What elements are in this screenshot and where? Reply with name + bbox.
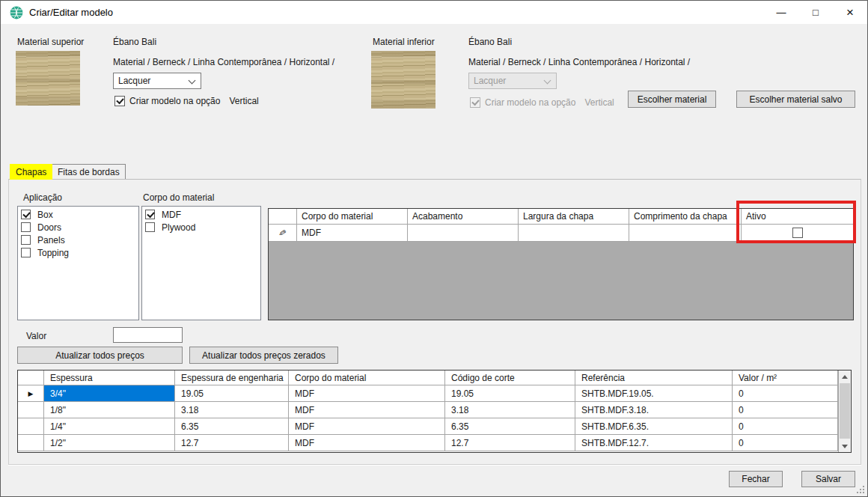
choose-material-button[interactable]: Escolher material: [628, 91, 716, 108]
cell-valor-m2[interactable]: 0: [733, 385, 838, 402]
aplicacao-item-box[interactable]: Box: [18, 208, 138, 221]
cell-valor-m2[interactable]: 0: [733, 402, 838, 418]
column-header[interactable]: Largura da chapa: [519, 209, 629, 225]
corpo-material-item-plywood[interactable]: Plywood: [142, 221, 260, 234]
column-header[interactable]: Corpo do material: [289, 371, 445, 385]
current-row-arrow-icon: ▶: [28, 390, 34, 397]
cell-corpo-do-material[interactable]: MDF: [289, 418, 445, 435]
valor-label: Valor: [26, 331, 46, 341]
vertical-option-label: Criar modelo na opção: [129, 96, 220, 106]
cell-espessura[interactable]: 1/4": [44, 418, 175, 435]
cell-corpo-do-material[interactable]: MDF: [297, 225, 408, 242]
checkbox-icon: [21, 248, 31, 257]
aplicacao-item-doors[interactable]: Doors: [18, 221, 138, 234]
cell-codigo-de-corte[interactable]: 12.7: [445, 435, 575, 451]
espessura-grid: Espessura Espessura de engenharia Corpo …: [17, 370, 852, 453]
column-header[interactable]: Espessura de engenharia: [175, 371, 289, 385]
row-selector-cell[interactable]: [18, 435, 44, 451]
cell-ativo[interactable]: [742, 225, 853, 242]
tab-chapas[interactable]: Chapas: [10, 164, 52, 180]
aplicacao-item-label: Box: [37, 210, 53, 220]
close-button[interactable]: ×: [833, 1, 867, 24]
cell-valor-m2[interactable]: 0: [733, 435, 838, 451]
column-header[interactable]: Acabamento: [408, 209, 519, 225]
scroll-up-icon[interactable]: [839, 371, 851, 382]
cell-espessura[interactable]: 3/4": [44, 385, 175, 402]
cell-referencia[interactable]: SHTB.MDF.12.7.: [575, 435, 733, 451]
cell-espessura-engenharia[interactable]: 6.35: [175, 418, 289, 435]
cell-corpo-do-material[interactable]: MDF: [289, 402, 445, 418]
cell-comprimento-da-chapa[interactable]: [629, 225, 742, 242]
scroll-down-icon[interactable]: [839, 440, 851, 452]
cell-acabamento[interactable]: [408, 225, 519, 242]
cell-codigo-de-corte[interactable]: 3.18: [445, 402, 575, 418]
aplicacao-item-topping[interactable]: Topping: [18, 246, 138, 259]
cell-largura-da-chapa[interactable]: [519, 225, 629, 242]
cell-codigo-de-corte[interactable]: 19.05: [445, 385, 575, 402]
column-header[interactable]: Corpo do material: [297, 209, 408, 225]
checkbox-icon: [21, 222, 31, 232]
table-row[interactable]: 1/8" 3.18 MDF 3.18 SHTB.MDF.3.18. 0: [18, 402, 851, 418]
aplicacao-item-label: Panels: [37, 235, 65, 246]
dialog-window: Criar/Editar modelo — □ × Material super…: [0, 0, 868, 497]
fechar-button[interactable]: Fechar: [729, 471, 783, 487]
tab-fitas-de-bordas[interactable]: Fitas de bordas: [52, 164, 126, 180]
aplicacao-item-panels[interactable]: Panels: [18, 234, 138, 246]
finish-dropdown-inferior-value: Lacquer: [474, 76, 506, 86]
ativo-checkbox-icon[interactable]: [792, 228, 803, 238]
cell-corpo-do-material[interactable]: MDF: [289, 385, 445, 402]
update-zeroed-prices-button[interactable]: Atualizar todos preços zerados: [189, 347, 338, 364]
vertical-option-checkbox-superior[interactable]: Criar modelo na opção Vertical: [114, 96, 259, 106]
row-selector-cell[interactable]: ▶: [18, 385, 44, 402]
column-header[interactable]: Código de corte: [445, 371, 575, 385]
cell-referencia[interactable]: SHTB.MDF.19.05.: [575, 385, 733, 402]
scrollbar-thumb[interactable]: [840, 383, 850, 439]
vertical-option-checkbox-inferior: Criar modelo na opção Vertical: [470, 97, 614, 108]
corpo-material-item-label: MDF: [162, 210, 181, 220]
row-selector-cell[interactable]: [18, 402, 44, 418]
column-header[interactable]: Valor / m²: [733, 371, 838, 385]
row-selector-cell[interactable]: ✎: [269, 225, 297, 242]
corpo-material-label: Corpo do material: [143, 192, 214, 203]
update-all-prices-button[interactable]: Atualizar todos preços: [17, 347, 183, 364]
chapas-grid: Corpo do material Acabamento Largura da …: [268, 208, 854, 320]
vertical-scrollbar[interactable]: [838, 371, 851, 452]
salvar-button[interactable]: Salvar: [801, 471, 855, 487]
corpo-material-item-mdf[interactable]: MDF: [142, 208, 260, 221]
table-row[interactable]: 1/2" 12.7 MDF 12.7 SHTB.MDF.12.7. 0: [18, 435, 851, 451]
material-superior-name: Ébano Bali: [113, 37, 156, 47]
cell-referencia[interactable]: SHTB.MDF.3.18.: [575, 402, 733, 418]
cell-espessura-engenharia[interactable]: 3.18: [175, 402, 289, 418]
column-header[interactable]: Referência: [575, 371, 733, 385]
finish-dropdown-superior[interactable]: Lacquer: [113, 73, 201, 89]
app-logo-icon: [10, 6, 23, 19]
cell-codigo-de-corte[interactable]: 6.35: [445, 418, 575, 435]
cell-espessura-engenharia[interactable]: 19.05: [175, 385, 289, 402]
cell-espessura[interactable]: 1/8": [44, 402, 175, 418]
minimize-button[interactable]: —: [764, 1, 798, 24]
title-bar: Criar/Editar modelo — □ ×: [1, 1, 867, 24]
maximize-icon: □: [813, 7, 819, 18]
maximize-button[interactable]: □: [798, 1, 833, 24]
cell-espessura[interactable]: 1/2": [44, 435, 175, 451]
checkbox-icon: [145, 222, 155, 232]
table-row[interactable]: 1/4" 6.35 MDF 6.35 SHTB.MDF.6.35. 0: [18, 418, 851, 435]
cell-referencia[interactable]: SHTB.MDF.6.35.: [575, 418, 733, 435]
table-row[interactable]: ▶ 3/4" 19.05 MDF 19.05 SHTB.MDF.19.05. 0: [18, 385, 851, 402]
cell-valor-m2[interactable]: 0: [733, 418, 838, 435]
chapas-grid-row[interactable]: ✎ MDF: [269, 225, 853, 242]
valor-input[interactable]: [113, 327, 183, 343]
chevron-down-icon: [189, 77, 196, 85]
cell-espessura-engenharia[interactable]: 12.7: [175, 435, 289, 451]
aplicacao-listbox: Box Doors Panels Topping: [17, 206, 139, 320]
choose-saved-material-button[interactable]: Escolher material salvo: [736, 91, 855, 108]
material-inferior-name: Ébano Bali: [468, 37, 512, 47]
column-header[interactable]: Espessura: [44, 371, 175, 385]
aplicacao-item-label: Doors: [37, 222, 61, 233]
row-selector-cell[interactable]: [18, 418, 44, 435]
window-title: Criar/Editar modelo: [29, 7, 113, 18]
column-header[interactable]: Comprimento da chapa: [629, 209, 742, 225]
column-header-ativo[interactable]: Ativo: [742, 209, 853, 225]
cell-corpo-do-material[interactable]: MDF: [289, 435, 445, 451]
resize-grip[interactable]: [857, 486, 864, 493]
